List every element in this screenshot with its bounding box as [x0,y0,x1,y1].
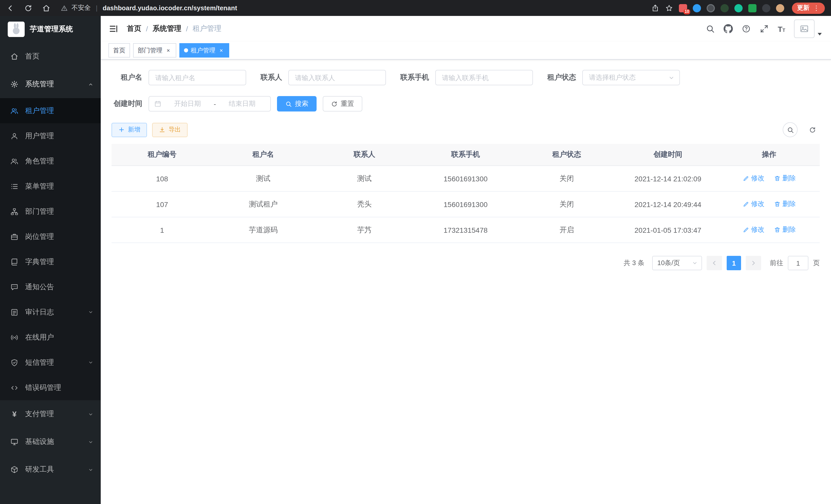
cell-actions: 修改删除 [718,191,820,217]
sidebar-item-system-management[interactable]: 系统管理 [0,70,101,98]
tab-label: 租户管理 [191,46,215,55]
delete-link[interactable]: 删除 [774,225,796,235]
add-button[interactable]: 新增 [112,122,147,137]
sidebar-item-label: 角色管理 [25,156,54,166]
search-button[interactable]: 搜索 [277,96,317,112]
sidebar-item-user-management[interactable]: 用户管理 [0,123,101,148]
delete-link[interactable]: 删除 [774,174,796,183]
sidebar-item-role-management[interactable]: 角色管理 [0,148,101,174]
sidebar-item-payment-management[interactable]: ¥ 支付管理 [0,400,101,428]
browser-profile-avatar[interactable] [776,4,784,12]
logo-avatar [8,22,25,37]
cell-contact: 秃头 [314,191,415,217]
browser-menu-icon[interactable]: ⋮ [813,4,820,12]
browser-reload-icon[interactable] [24,4,32,12]
edit-link[interactable]: 修改 [742,225,765,235]
sidebar-item-dev-tools[interactable]: 研发工具 [0,456,101,483]
toggle-search-button[interactable] [783,122,798,137]
date-end-placeholder: 结束日期 [219,99,265,109]
contact-input[interactable] [288,70,386,85]
create-time-label: 创建时间 [112,99,142,109]
extension-icon-5[interactable] [735,4,743,12]
cell-status: 关闭 [516,166,618,191]
extension-icon-1[interactable]: 10 [679,4,687,12]
tenant-name-input[interactable] [148,70,246,85]
sidebar-item-label: 支付管理 [25,410,54,419]
sidebar-item-infrastructure[interactable]: 基础设施 [0,428,101,456]
sidebar-collapse-icon[interactable] [109,24,119,34]
create-time-range-picker[interactable]: 开始日期 - 结束日期 [148,96,271,112]
cell-created: 2021-12-14 20:49:44 [617,191,718,217]
help-icon[interactable] [742,24,751,33]
browser-home-icon[interactable] [42,4,50,12]
list-icon [10,182,19,190]
phone-input[interactable] [435,70,533,85]
security-label[interactable]: 不安全 [71,4,91,12]
org-chart-icon [10,207,19,215]
tab-department-management[interactable]: 部门管理 × [133,43,176,58]
sidebar-item-dict-management[interactable]: 字典管理 [0,249,101,274]
bookmark-star-icon[interactable] [665,4,673,12]
address-bar[interactable]: 不安全 | dashboard.yudao.iocoder.cn/system/… [61,4,651,12]
app-logo[interactable]: 芋道管理系统 [0,16,101,42]
user-avatar[interactable] [794,20,814,38]
font-size-icon[interactable]: TT [778,24,785,33]
prev-page-button[interactable] [707,256,722,270]
browser-back-icon[interactable] [6,4,15,12]
edit-link[interactable]: 修改 [742,200,765,209]
sidebar-item-tenant-management[interactable]: 租户管理 [0,98,101,123]
sidebar-item-menu-management[interactable]: 菜单管理 [0,174,101,199]
goto-page-input[interactable] [788,256,808,270]
cell-tenant-id: 1 [112,217,213,243]
tab-home[interactable]: 首页 [109,43,130,58]
refresh-table-button[interactable] [805,122,820,137]
sidebar-item-online-users[interactable]: 在线用户 [0,325,101,350]
header-search-icon[interactable] [706,24,715,33]
sidebar-item-department-management[interactable]: 部门管理 [0,199,101,224]
breadcrumb-separator: / [146,25,148,33]
browser-update-button[interactable]: 更新 ⋮ [792,2,825,13]
next-page-button[interactable] [746,256,761,270]
current-page-button[interactable]: 1 [727,256,741,270]
fullscreen-icon[interactable] [760,24,769,33]
tab-tenant-management[interactable]: 租户管理 × [179,43,229,58]
search-button-label: 搜索 [295,99,308,109]
download-icon [159,126,166,133]
url-text[interactable]: dashboard.yudao.iocoder.cn/system/tenant [103,4,237,11]
extension-icon-2[interactable] [693,4,701,12]
sidebar-item-label: 首页 [25,52,39,61]
sidebar-item-label: 岗位管理 [25,232,54,241]
user-menu[interactable] [794,20,822,38]
refresh-icon [331,100,338,107]
status-select[interactable]: 请选择租户状态 [582,70,680,85]
extensions-puzzle-icon[interactable] [762,4,770,12]
sidebar-item-home[interactable]: 首页 [0,42,101,70]
extension-icon-4[interactable] [720,4,729,12]
extension-icon-3[interactable] [707,4,715,12]
sidebar-item-sms-management[interactable]: 短信管理 [0,350,101,375]
breadcrumb-system[interactable]: 系统管理 [153,24,181,33]
reset-button[interactable]: 重置 [323,96,362,112]
close-icon[interactable]: × [165,47,172,54]
close-icon[interactable]: × [218,47,225,54]
share-icon[interactable] [651,4,659,12]
edit-label: 修改 [751,174,765,183]
sidebar-item-errorcode-management[interactable]: 错误码管理 [0,375,101,400]
sidebar-item-audit-log[interactable]: 审计日志 [0,299,101,325]
delete-link[interactable]: 删除 [774,200,796,209]
log-icon [10,308,19,316]
home-icon [10,52,19,61]
page-size-select[interactable]: 10条/页 [652,256,702,270]
column-header-created: 创建时间 [617,144,718,166]
chevron-left-icon [711,260,718,267]
sidebar-item-position-management[interactable]: 岗位管理 [0,224,101,249]
breadcrumb-home[interactable]: 首页 [127,24,141,33]
extension-icon-6[interactable] [748,4,756,12]
github-icon[interactable] [724,24,733,33]
sidebar-item-notice[interactable]: 通知公告 [0,274,101,299]
edit-link[interactable]: 修改 [742,174,765,183]
phone-label: 联系手机 [400,73,429,82]
monitor-icon [10,438,19,446]
table-row: 107 测试租户 秃头 15601691300 关闭 2021-12-14 20… [112,191,820,217]
export-button[interactable]: 导出 [152,122,188,137]
